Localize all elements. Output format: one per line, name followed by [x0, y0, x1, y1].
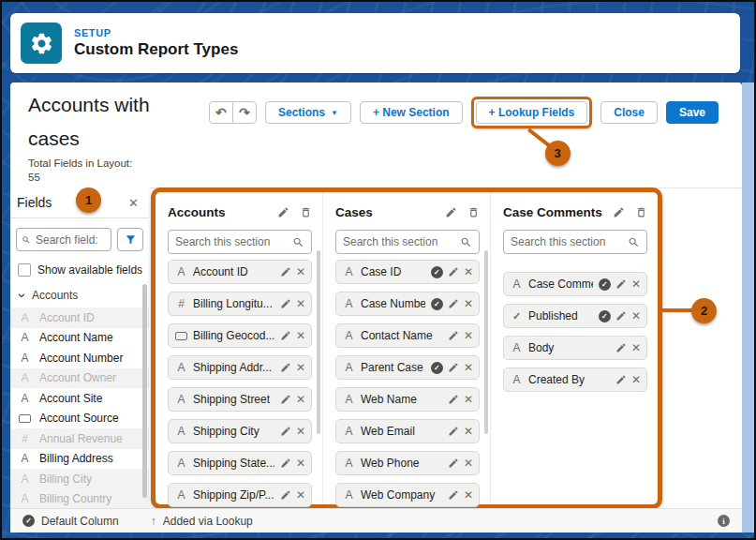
- save-button[interactable]: Save: [666, 101, 719, 124]
- field-chip[interactable]: A Case ID ✓ ✕: [335, 260, 480, 284]
- text-type-icon: A: [175, 362, 187, 373]
- remove-field-icon[interactable]: ✕: [464, 489, 473, 501]
- edit-field-icon[interactable]: [448, 489, 459, 501]
- field-list-item[interactable]: A Billing City: [10, 469, 149, 489]
- field-chip[interactable]: # Billing Longitu... ✕: [168, 292, 312, 316]
- new-section-button[interactable]: + New Section: [360, 101, 463, 124]
- field-list-item[interactable]: A Billing Address: [10, 449, 149, 470]
- field-list-item[interactable]: A Account Site: [10, 388, 149, 409]
- section-scrollbar[interactable]: [484, 250, 488, 434]
- field-chip[interactable]: A Case Comment ... ✓ ✕: [503, 272, 647, 296]
- field-chip[interactable]: Billing Geocod... ✕: [168, 323, 312, 348]
- remove-field-icon[interactable]: ✕: [464, 362, 473, 373]
- close-button[interactable]: Close: [600, 101, 658, 124]
- edit-section-icon[interactable]: [613, 206, 625, 218]
- remove-field-icon[interactable]: ✕: [296, 266, 305, 278]
- field-chip[interactable]: A Created By ✕: [503, 368, 647, 392]
- picklist-type-icon: [19, 414, 31, 423]
- edit-field-icon[interactable]: [280, 330, 291, 341]
- edit-field-icon[interactable]: [615, 342, 627, 353]
- section-search-input[interactable]: [175, 235, 289, 248]
- edit-section-icon[interactable]: [445, 206, 457, 218]
- remove-field-icon[interactable]: ✕: [296, 458, 305, 469]
- remove-field-icon[interactable]: ✕: [464, 394, 473, 405]
- remove-field-icon[interactable]: ✕: [296, 362, 305, 373]
- edit-field-icon[interactable]: [615, 278, 627, 290]
- edit-field-icon[interactable]: [280, 394, 291, 405]
- field-list-item[interactable]: A Account Name: [10, 328, 149, 349]
- edit-field-icon[interactable]: [280, 458, 291, 469]
- edit-field-icon[interactable]: [448, 266, 459, 278]
- accounts-field-group[interactable]: Accounts: [17, 288, 149, 302]
- remove-field-icon[interactable]: ✕: [296, 298, 305, 309]
- edit-field-icon[interactable]: [615, 374, 627, 385]
- edit-field-icon[interactable]: [448, 426, 459, 437]
- remove-field-icon[interactable]: ✕: [296, 489, 305, 501]
- remove-field-icon[interactable]: ✕: [631, 374, 641, 385]
- section-search-input[interactable]: [511, 235, 624, 248]
- edit-field-icon[interactable]: [448, 330, 459, 341]
- section-search-input[interactable]: [343, 235, 456, 248]
- field-chip[interactable]: A Contact Name ✕: [335, 323, 480, 348]
- field-chip[interactable]: ✓ Published ✓ ✕: [503, 304, 647, 328]
- field-list-item[interactable]: A Billing Country: [10, 489, 149, 510]
- field-chip[interactable]: A Web Email ✕: [335, 419, 480, 443]
- lookup-fields-button[interactable]: + Lookup Fields: [476, 101, 588, 124]
- field-chip[interactable]: A Web Name ✕: [335, 387, 480, 412]
- remove-field-icon[interactable]: ✕: [464, 458, 473, 469]
- edit-field-icon[interactable]: [615, 310, 627, 322]
- edit-field-icon[interactable]: [280, 266, 291, 278]
- info-icon[interactable]: i: [718, 515, 730, 527]
- field-chip[interactable]: A Shipping Zip/P... ✕: [168, 483, 312, 507]
- redo-button[interactable]: ↷: [232, 101, 257, 124]
- field-chip[interactable]: A Web Company ✕: [335, 483, 480, 507]
- remove-field-icon[interactable]: ✕: [464, 298, 473, 309]
- field-chip[interactable]: A Web Phone ✕: [335, 451, 480, 475]
- added-via-lookup-legend: ↑ Added via Lookup: [151, 515, 253, 528]
- remove-field-icon[interactable]: ✕: [631, 342, 641, 353]
- edit-field-icon[interactable]: [448, 394, 459, 405]
- field-list-item[interactable]: A Account Owner: [10, 368, 149, 389]
- field-list-item[interactable]: A Account Number: [10, 348, 149, 368]
- remove-field-icon[interactable]: ✕: [296, 330, 305, 341]
- remove-field-icon[interactable]: ✕: [631, 310, 641, 322]
- edit-field-icon[interactable]: [448, 458, 459, 469]
- field-filter-button[interactable]: [117, 228, 143, 251]
- remove-field-icon[interactable]: ✕: [631, 278, 641, 290]
- remove-field-icon[interactable]: ✕: [464, 266, 473, 278]
- edit-field-icon[interactable]: [280, 489, 291, 501]
- field-chip[interactable]: A Shipping State... ✕: [168, 451, 312, 475]
- edit-field-icon[interactable]: [280, 362, 291, 373]
- text-type-icon: A: [19, 473, 31, 485]
- field-chip[interactable]: A Case Number ✓ ✕: [335, 292, 480, 316]
- delete-section-icon[interactable]: [635, 206, 647, 218]
- close-icon[interactable]: ✕: [128, 196, 139, 210]
- delete-section-icon[interactable]: [300, 206, 312, 218]
- edit-field-icon[interactable]: [448, 298, 459, 309]
- remove-field-icon[interactable]: ✕: [296, 426, 305, 437]
- field-list-item[interactable]: A Account ID: [10, 308, 149, 328]
- field-list-item[interactable]: # Annual Revenue: [10, 428, 149, 449]
- field-chip[interactable]: A Body ✕: [503, 336, 647, 360]
- field-chip[interactable]: A Shipping Addr... ✕: [168, 355, 312, 380]
- sidebar-scrollbar[interactable]: [142, 284, 147, 498]
- field-chip[interactable]: A Shipping City ✕: [168, 419, 312, 443]
- remove-field-icon[interactable]: ✕: [296, 394, 305, 405]
- field-chip[interactable]: A Account ID ✕: [168, 260, 312, 284]
- edit-field-icon[interactable]: [280, 298, 291, 309]
- page-scrollbar[interactable]: [742, 82, 754, 532]
- sections-menu-button[interactable]: Sections ▼: [265, 101, 351, 124]
- undo-button[interactable]: ↶: [209, 101, 233, 124]
- show-available-fields-checkbox[interactable]: [18, 263, 31, 277]
- section-scrollbar[interactable]: [317, 250, 320, 434]
- edit-field-icon[interactable]: [280, 426, 291, 437]
- edit-section-icon[interactable]: [277, 206, 289, 218]
- delete-section-icon[interactable]: [467, 206, 480, 218]
- field-chip[interactable]: A Parent Case ✓ ✕: [335, 355, 480, 380]
- remove-field-icon[interactable]: ✕: [464, 426, 473, 437]
- field-list-item[interactable]: Account Source: [10, 409, 149, 429]
- field-chip[interactable]: A Shipping Street ✕: [168, 387, 312, 412]
- remove-field-icon[interactable]: ✕: [464, 330, 473, 341]
- edit-field-icon[interactable]: [448, 362, 459, 373]
- field-search-input[interactable]: [36, 233, 106, 247]
